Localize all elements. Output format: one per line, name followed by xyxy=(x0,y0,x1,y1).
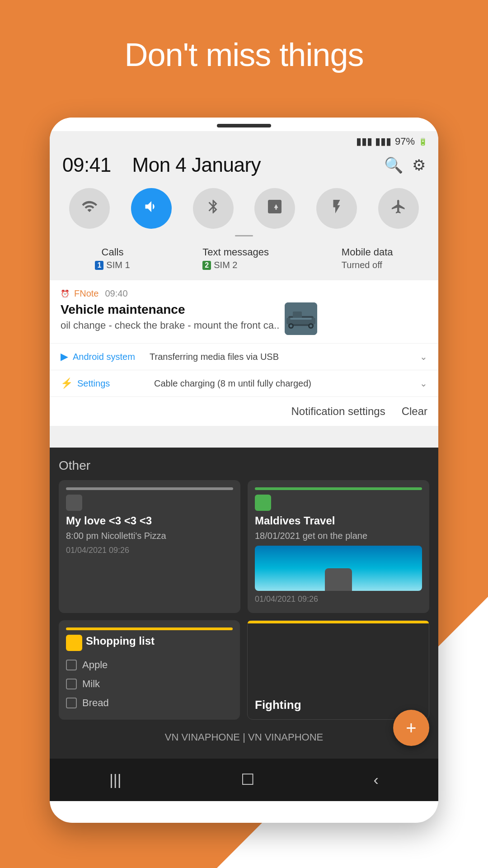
fnote-app-name: FNote xyxy=(74,288,99,299)
calls-sim-name: SIM 1 xyxy=(106,260,130,270)
text-sim-name: SIM 2 xyxy=(214,260,237,270)
carrier-text: VN VINAPHONE | VN VINAPHONE xyxy=(59,727,429,748)
fnote-notification[interactable]: ⏰ FNote 09:40 Vehicle maintenance oil ch… xyxy=(50,280,438,344)
svg-rect-8 xyxy=(290,318,312,320)
sim-row: Calls 1 SIM 1 Text messages 2 SIM 2 Mobi… xyxy=(50,243,438,278)
wifi-toggle[interactable] xyxy=(69,188,110,229)
cards-row-2: Shopping list Apple Milk Bread Figh xyxy=(59,620,429,720)
recent-apps-button[interactable]: ||| xyxy=(99,767,132,792)
notification-settings-button[interactable]: Notification settings xyxy=(291,405,385,418)
text-sim: Text messages 2 SIM 2 xyxy=(202,246,269,270)
notification-panel: ▮▮▮ ▮▮▮ 97% 🔋 09:41 Mon 4 January 🔍 ⚙ xyxy=(50,131,438,448)
fab-button[interactable]: + xyxy=(393,710,429,746)
calls-sim: Calls 1 SIM 1 xyxy=(95,246,130,270)
android-text: Transferring media files via USB xyxy=(150,352,415,362)
shopping-bar xyxy=(66,627,233,630)
shopping-icon xyxy=(66,635,82,651)
phone-notch xyxy=(50,118,438,131)
search-icon[interactable]: 🔍 xyxy=(384,156,403,174)
card-icon xyxy=(66,495,82,511)
headline: Don't miss things xyxy=(0,36,488,73)
shopping-title: Shopping list xyxy=(86,635,155,647)
mobile-label: Mobile data xyxy=(342,246,393,258)
card-bar xyxy=(66,487,233,490)
mobile-status: Turned off xyxy=(342,260,382,270)
app-content: Other My love <3 <3 <3 8:00 pm Nicollett… xyxy=(50,448,438,759)
settings-icon[interactable]: ⚙ xyxy=(412,156,426,174)
card2-body: 18/01/2021 get on the plane xyxy=(255,531,422,541)
date-time: 09:41 Mon 4 January xyxy=(62,154,261,176)
sim1-badge: 1 xyxy=(95,261,103,270)
text-sim-sub: 2 SIM 2 xyxy=(202,260,269,270)
fnote-thumbnail xyxy=(285,302,317,335)
date-display: Mon 4 January xyxy=(132,154,261,176)
checkbox-2[interactable] xyxy=(66,679,77,689)
notifications-section: ⏰ FNote 09:40 Vehicle maintenance oil ch… xyxy=(50,280,438,426)
alarm-icon: ⏰ xyxy=(61,289,70,298)
fnote-time: 09:40 xyxy=(105,288,127,299)
shopping-item-1: Apple xyxy=(66,656,233,675)
fighting-bar xyxy=(248,621,429,623)
card2-image xyxy=(255,546,422,591)
android-notification[interactable]: ▶ Android system Transferring media file… xyxy=(50,344,438,370)
mobile-data: Mobile data Turned off xyxy=(342,246,393,270)
calls-label: Calls xyxy=(95,246,130,258)
charging-icon: ⚡ xyxy=(61,377,73,389)
card1-title: My love <3 <3 <3 xyxy=(66,514,233,527)
shopping-item-2: Milk xyxy=(66,675,233,693)
notch-bar xyxy=(217,124,271,127)
card2-title: Maldives Travel xyxy=(255,514,422,527)
android-icon: ▶ xyxy=(61,351,68,363)
back-button[interactable]: ‹ xyxy=(363,767,389,792)
settings-app-name: Settings xyxy=(77,378,150,389)
signal-icon-1: ▮▮▮ xyxy=(356,136,372,147)
fnote-title: Vehicle maintenance xyxy=(61,302,279,317)
settings-expand-icon[interactable]: ⌄ xyxy=(420,378,427,389)
item-2-label: Milk xyxy=(82,678,100,690)
my-love-card[interactable]: My love <3 <3 <3 8:00 pm Nicolletti's Pi… xyxy=(59,480,240,613)
card1-body: 8:00 pm Nicolletti's Pizza xyxy=(66,531,233,541)
airplane-toggle[interactable] xyxy=(378,188,419,229)
fighting-card[interactable]: Fighting xyxy=(247,620,429,720)
checkbox-3[interactable] xyxy=(66,698,77,708)
flashlight-icon xyxy=(328,198,345,219)
svg-point-5 xyxy=(290,325,292,327)
notification-actions: Notification settings Clear xyxy=(50,397,438,426)
flashlight-toggle[interactable] xyxy=(316,188,357,229)
sim2-badge: 2 xyxy=(202,261,211,270)
settings-text: Cable charging (8 m until fully charged) xyxy=(154,378,415,389)
bluetooth-icon xyxy=(205,198,221,219)
signal-icon-2: ▮▮▮ xyxy=(375,136,391,147)
shopping-card[interactable]: Shopping list Apple Milk Bread xyxy=(59,620,240,720)
card1-date: 01/04/2021 09:26 xyxy=(66,546,233,555)
wifi-icon xyxy=(81,198,98,219)
clear-button[interactable]: Clear xyxy=(402,405,427,418)
sound-toggle[interactable] xyxy=(131,188,172,229)
card2-date: 01/04/2021 09:26 xyxy=(255,594,422,604)
battery-level: 97% xyxy=(395,136,415,147)
cards-row-1: My love <3 <3 <3 8:00 pm Nicolletti's Pi… xyxy=(59,480,429,613)
volume-icon xyxy=(143,198,160,219)
divider xyxy=(235,235,253,236)
airplane-icon xyxy=(390,198,407,219)
maldives-card[interactable]: Maldives Travel 18/01/2021 get on the pl… xyxy=(248,480,429,613)
status-bar: ▮▮▮ ▮▮▮ 97% 🔋 xyxy=(50,131,438,147)
time-display: 09:41 xyxy=(62,154,111,176)
checkbox-1[interactable] xyxy=(66,660,77,670)
quick-toggles xyxy=(50,184,438,235)
android-expand-icon[interactable]: ⌄ xyxy=(420,351,427,362)
bluetooth-toggle[interactable] xyxy=(193,188,234,229)
action-icons: 🔍 ⚙ xyxy=(384,156,426,174)
battery-icon: 🔋 xyxy=(418,137,427,146)
home-button[interactable]: ☐ xyxy=(230,767,265,792)
fnote-content: Vehicle maintenance oil change - check t… xyxy=(61,302,279,331)
nfc-toggle[interactable] xyxy=(254,188,295,229)
signal-icons: ▮▮▮ ▮▮▮ xyxy=(356,136,391,147)
nfc-icon xyxy=(267,198,283,219)
fnote-header: ⏰ FNote 09:40 xyxy=(61,288,427,299)
date-row: 09:41 Mon 4 January 🔍 ⚙ xyxy=(50,147,438,184)
nav-bar: ||| ☐ ‹ xyxy=(50,759,438,801)
card2-bar xyxy=(255,487,422,490)
settings-notification[interactable]: ⚡ Settings Cable charging (8 m until ful… xyxy=(50,370,438,397)
android-app-name: Android system xyxy=(73,352,145,362)
